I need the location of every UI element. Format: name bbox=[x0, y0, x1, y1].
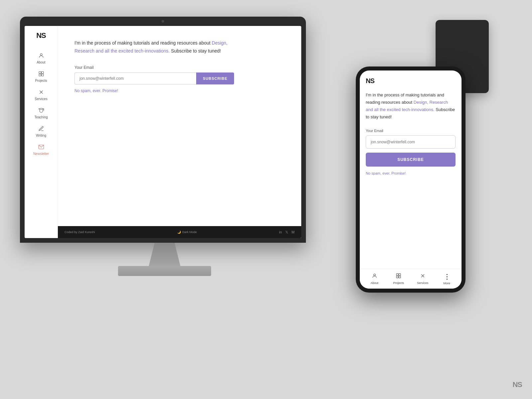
sidebar-item-teaching[interactable]: Teaching bbox=[28, 105, 55, 122]
phone-nav-projects[interactable]: Projects bbox=[387, 273, 411, 285]
phone-email-label: Your Email bbox=[366, 129, 456, 133]
svg-rect-12 bbox=[399, 276, 401, 278]
desktop-subscribe-button[interactable]: SUBSCRIBE bbox=[196, 72, 234, 84]
footer-socials: in 𝕏 M bbox=[279, 230, 295, 234]
teaching-label: Teaching bbox=[34, 115, 48, 119]
svg-rect-1 bbox=[39, 71, 41, 73]
phone-frame: NS I'm in the process of making tutorial… bbox=[356, 66, 466, 293]
monitor-stand-neck bbox=[148, 243, 181, 269]
sidebar-item-newsletter[interactable]: Newsletter bbox=[28, 141, 55, 158]
svg-rect-4 bbox=[41, 74, 43, 76]
svg-rect-11 bbox=[396, 276, 398, 278]
phone-email-input[interactable] bbox=[366, 135, 456, 149]
phone-services-label: Services bbox=[417, 281, 429, 285]
dark-mode-toggle[interactable]: 🌙 Dark Mode bbox=[177, 230, 197, 234]
svg-rect-2 bbox=[41, 71, 43, 73]
phone-content-area: NS I'm in the process of making tutorial… bbox=[360, 70, 462, 269]
watermark: NS bbox=[512, 380, 522, 389]
phone-screen: NS I'm in the process of making tutorial… bbox=[360, 70, 462, 289]
phone-projects-icon bbox=[396, 273, 401, 280]
phone-more-label: More bbox=[443, 282, 450, 285]
phone-bottom-nav: About Projects Services ⋮ More bbox=[360, 269, 462, 289]
newsletter-label: Newsletter bbox=[33, 152, 49, 156]
writing-label: Writing bbox=[36, 134, 46, 137]
writing-icon bbox=[38, 126, 44, 133]
desktop-email-input[interactable] bbox=[74, 72, 196, 84]
linkedin-icon[interactable]: in bbox=[279, 230, 282, 234]
moon-icon: 🌙 bbox=[177, 230, 181, 234]
footer-coded-by: Coded by Zaid Kureshi bbox=[65, 230, 95, 234]
phone-nav-more[interactable]: ⋮ More bbox=[435, 273, 459, 285]
phone-about-label: About bbox=[370, 281, 378, 285]
email-form-row: SUBSCRIBE bbox=[74, 72, 234, 84]
phone-intro: I'm in the process of making tutorials a… bbox=[366, 91, 456, 121]
teaching-icon bbox=[38, 107, 44, 114]
svg-rect-9 bbox=[396, 274, 398, 276]
svg-rect-3 bbox=[39, 74, 41, 76]
twitter-icon[interactable]: 𝕏 bbox=[285, 230, 288, 234]
svg-point-0 bbox=[40, 54, 42, 56]
desktop-logo: NS bbox=[36, 31, 46, 40]
about-icon bbox=[38, 53, 44, 60]
mobile-phone: NS I'm in the process of making tutorial… bbox=[356, 66, 466, 299]
medium-icon[interactable]: M bbox=[292, 230, 295, 234]
phone-nav-services[interactable]: Services bbox=[411, 273, 435, 285]
svg-point-8 bbox=[373, 274, 375, 276]
projects-label: Projects bbox=[35, 79, 47, 82]
phone-nav-about[interactable]: About bbox=[362, 273, 387, 285]
phone-about-icon bbox=[372, 273, 377, 280]
desktop-monitor: NS About Projects bbox=[20, 17, 309, 276]
services-icon bbox=[38, 89, 44, 96]
about-label: About bbox=[37, 61, 45, 64]
phone-projects-label: Projects bbox=[393, 281, 404, 285]
no-spam-text: No spam, ever. Promise! bbox=[74, 88, 285, 93]
monitor-camera bbox=[162, 20, 164, 23]
content-intro: I'm in the process of making tutorials a… bbox=[74, 39, 234, 55]
phone-logo: NS bbox=[366, 77, 456, 85]
sidebar-item-projects[interactable]: Projects bbox=[28, 68, 55, 85]
email-label: Your Email bbox=[74, 65, 285, 70]
monitor-stand-base bbox=[118, 266, 211, 276]
sidebar-item-about[interactable]: About bbox=[28, 50, 55, 67]
svg-rect-10 bbox=[399, 274, 401, 276]
desktop-content: I'm in the process of making tutorials a… bbox=[58, 26, 301, 226]
newsletter-icon bbox=[38, 144, 44, 151]
phone-subscribe-button[interactable]: SUBSCRIBE bbox=[366, 153, 456, 167]
monitor-screen: NS About Projects bbox=[25, 26, 301, 238]
desktop-main: I'm in the process of making tutorials a… bbox=[58, 26, 301, 238]
phone-no-spam: No spam, ever. Promise! bbox=[366, 171, 456, 175]
monitor-frame: NS About Projects bbox=[20, 17, 306, 243]
phone-more-icon: ⋮ bbox=[444, 273, 450, 281]
phone-services-icon bbox=[420, 273, 426, 280]
sidebar-nav: About Projects Services bbox=[25, 50, 58, 158]
sidebar-item-writing[interactable]: Writing bbox=[28, 123, 55, 140]
projects-icon bbox=[38, 71, 44, 78]
desktop-footer: Coded by Zaid Kureshi 🌙 Dark Mode in 𝕏 M bbox=[58, 226, 301, 238]
services-label: Services bbox=[35, 97, 47, 101]
sidebar-item-services[interactable]: Services bbox=[28, 86, 55, 103]
desktop-sidebar: NS About Projects bbox=[25, 26, 58, 238]
